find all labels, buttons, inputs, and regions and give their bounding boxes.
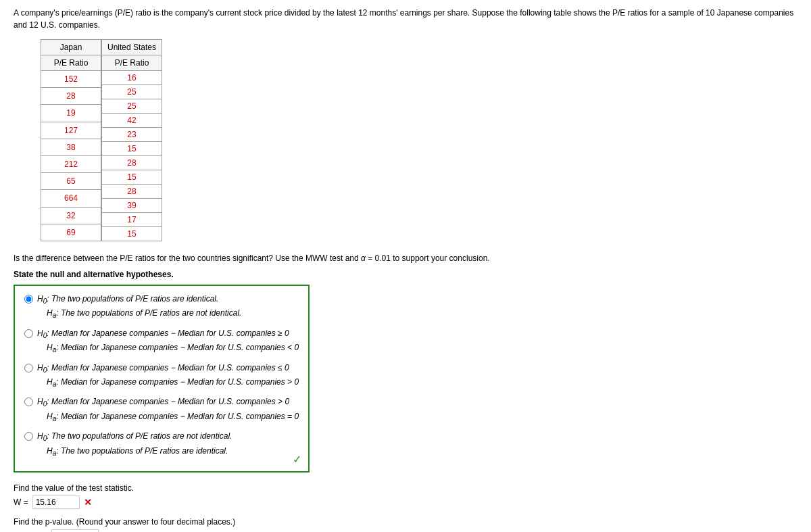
hypothesis-option-3[interactable]: H0: Median for Japanese companies − Medi…: [24, 362, 299, 391]
us-cell: 15: [102, 227, 162, 241]
us-cell: 25: [102, 99, 162, 114]
us-table: United States P/E Ratio 1625254223152815…: [101, 39, 162, 241]
us-cell: 17: [102, 213, 162, 227]
hypothesis-radio-1[interactable]: [24, 295, 33, 304]
japan-header1: Japan: [41, 40, 101, 55]
pvalue-input[interactable]: [51, 529, 99, 532]
hypothesis-radio-5[interactable]: [24, 432, 33, 441]
test-statistic-label: Find the value of the test statistic.: [14, 483, 797, 493]
japan-cell: 32: [41, 207, 101, 224]
us-header1: United States: [102, 40, 162, 55]
ha-text-2: Ha: Median for Japanese companies − Medi…: [47, 341, 299, 356]
hypothesis-radio-4[interactable]: [24, 397, 33, 406]
us-cell: 15: [102, 170, 162, 185]
us-cell: 23: [102, 128, 162, 142]
japan-cell: 664: [41, 190, 101, 207]
question-text: Is the difference between the P/E ratios…: [14, 252, 797, 264]
us-cell: 16: [102, 71, 162, 85]
japan-cell: 212: [41, 155, 101, 172]
japan-cell: 28: [41, 88, 101, 105]
hypothesis-option-2[interactable]: H0: Median for Japanese companies − Medi…: [24, 327, 299, 356]
ha-text-3: Ha: Median for Japanese companies − Medi…: [47, 376, 299, 390]
japan-cell: 38: [41, 139, 101, 155]
w-error-icon: ✕: [84, 497, 92, 508]
japan-cell: 127: [41, 122, 101, 139]
intro-text: A company's price/earnings (P/E) ratio i…: [14, 7, 797, 31]
us-cell: 28: [102, 185, 162, 199]
state-hypotheses-label: State the null and alternative hypothese…: [14, 270, 797, 279]
us-cell: 42: [102, 114, 162, 128]
hypothesis-radio-3[interactable]: [24, 364, 33, 372]
hypotheses-box: H0: The two populations of P/E ratios ar…: [14, 285, 310, 473]
data-tables: Japan P/E Ratio 152281912738212656643269…: [41, 39, 797, 241]
w-label: W =: [14, 498, 28, 507]
japan-header2: P/E Ratio: [41, 55, 101, 71]
p-value-label: Find the p-value. (Round your answer to …: [14, 517, 797, 527]
h0-text-5: H0: The two populations of P/E ratios ar…: [37, 431, 232, 441]
p-value-section: Find the p-value. (Round your answer to …: [14, 517, 797, 532]
test-statistic-section: Find the value of the test statistic. W …: [14, 483, 797, 509]
japan-table: Japan P/E Ratio 152281912738212656643269: [41, 39, 101, 241]
h0-text-1: H0: The two populations of P/E ratios ar…: [37, 294, 218, 304]
hypothesis-option-5[interactable]: H0: The two populations of P/E ratios ar…: [24, 430, 299, 459]
ha-text-1: Ha: The two populations of P/E ratios ar…: [47, 307, 241, 321]
h0-text-4: H0: Median for Japanese companies − Medi…: [37, 397, 289, 406]
us-cell: 28: [102, 156, 162, 170]
us-cell: 15: [102, 142, 162, 156]
pvalue-row: p-value = ✕: [14, 529, 797, 532]
japan-cell: 65: [41, 173, 101, 190]
japan-cell: 152: [41, 71, 101, 88]
us-cell: 25: [102, 85, 162, 99]
check-icon: ✓: [293, 453, 301, 466]
us-cell: 39: [102, 199, 162, 213]
w-input[interactable]: [32, 495, 80, 509]
ha-text-5: Ha: The two populations of P/E ratios ar…: [47, 445, 232, 459]
w-row: W = ✕: [14, 495, 797, 509]
japan-cell: 19: [41, 105, 101, 122]
us-header2: P/E Ratio: [102, 55, 162, 71]
ha-text-4: Ha: Median for Japanese companies − Medi…: [47, 410, 299, 425]
hypothesis-radio-2[interactable]: [24, 329, 33, 338]
japan-cell: 69: [41, 224, 101, 241]
h0-text-2: H0: Median for Japanese companies − Medi…: [37, 329, 289, 338]
hypothesis-option-4[interactable]: H0: Median for Japanese companies − Medi…: [24, 395, 299, 425]
h0-text-3: H0: Median for Japanese companies − Medi…: [37, 363, 289, 372]
hypothesis-option-1[interactable]: H0: The two populations of P/E ratios ar…: [24, 293, 299, 322]
